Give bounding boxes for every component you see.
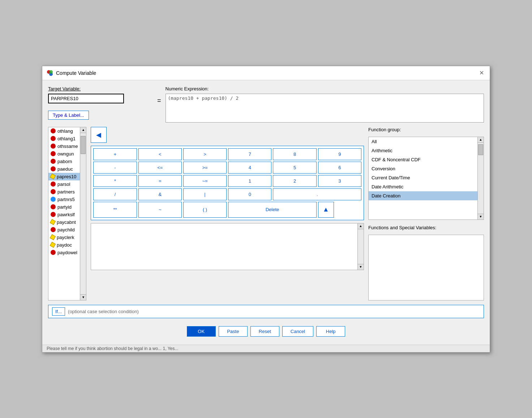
list-item[interactable]: partyid bbox=[48, 203, 80, 211]
variables-list[interactable]: othlangothlang1othssameowngunpabornpaedu… bbox=[48, 127, 80, 300]
calc-1[interactable]: 1 bbox=[228, 175, 271, 187]
calc-lte[interactable]: <= bbox=[138, 162, 182, 174]
cancel-button[interactable]: Cancel bbox=[282, 326, 313, 337]
up-arrow-button[interactable]: ▲ bbox=[318, 202, 334, 218]
function-group-list[interactable]: AllArithmeticCDF & Noncentral CDFConvers… bbox=[368, 137, 477, 220]
variable-name: paycabnt bbox=[57, 219, 76, 225]
calc-tilde[interactable]: ~ bbox=[138, 202, 182, 218]
arrow-row: ◀ bbox=[91, 127, 364, 143]
list-item[interactable]: papres10 bbox=[48, 173, 80, 180]
cond-scroll-down[interactable]: ▼ bbox=[358, 264, 364, 270]
variable-icon bbox=[51, 197, 56, 202]
variable-icon bbox=[51, 212, 56, 217]
if-condition-text: (optional case selection condition) bbox=[68, 309, 139, 314]
calc-gt[interactable]: > bbox=[183, 148, 227, 160]
list-item[interactable]: partnrs5 bbox=[48, 196, 80, 203]
calc-dot[interactable]: . bbox=[273, 188, 361, 200]
calc-minus[interactable]: - bbox=[93, 162, 137, 174]
button-row: OK Paste Reset Cancel Help bbox=[48, 323, 484, 339]
variables-panel: othlangothlang1othssameowngunpabornpaedu… bbox=[48, 127, 86, 300]
list-item[interactable]: payclerk bbox=[48, 234, 80, 241]
calc-power[interactable]: ** bbox=[93, 202, 137, 218]
function-group-item[interactable]: Conversion bbox=[369, 164, 477, 173]
function-group-item[interactable]: CDF & Noncentral CDF bbox=[369, 155, 477, 164]
dialog-title: Compute Variable bbox=[56, 70, 96, 76]
reset-button[interactable]: Reset bbox=[250, 326, 279, 337]
list-item[interactable]: paydoc bbox=[48, 241, 80, 249]
variable-name: othlang1 bbox=[57, 136, 76, 141]
calc-parens[interactable]: ( ) bbox=[183, 202, 227, 218]
calc-plus[interactable]: + bbox=[93, 148, 137, 160]
calc-multiply[interactable]: * bbox=[93, 175, 137, 187]
scroll-up-arrow[interactable]: ▲ bbox=[80, 127, 86, 133]
condition-textarea[interactable] bbox=[91, 223, 357, 270]
calc-delete[interactable]: Delete bbox=[228, 202, 317, 218]
function-group-item[interactable]: Date Creation bbox=[369, 191, 477, 200]
ok-button[interactable]: OK bbox=[187, 326, 216, 337]
variable-name: paydowel bbox=[57, 250, 77, 255]
calc-5[interactable]: 5 bbox=[273, 162, 316, 174]
target-variable-input[interactable] bbox=[48, 94, 124, 103]
calc-eq[interactable]: = bbox=[138, 175, 182, 187]
list-item[interactable]: partners bbox=[48, 188, 80, 196]
variable-name: partners bbox=[57, 189, 75, 195]
list-item[interactable]: paborn bbox=[48, 158, 80, 165]
condition-scrollbar[interactable]: ▲ ▼ bbox=[357, 223, 364, 270]
variable-icon bbox=[51, 182, 56, 187]
list-item[interactable]: owngun bbox=[48, 150, 80, 158]
function-group-item[interactable]: Date Arithmetic bbox=[369, 182, 477, 191]
paste-button[interactable]: Paste bbox=[219, 326, 248, 337]
type-label-button[interactable]: Type & Label... bbox=[48, 111, 89, 120]
calc-8[interactable]: 8 bbox=[273, 148, 316, 160]
list-item[interactable]: paychild bbox=[48, 226, 80, 234]
functions-special-label: Functions and Special Variables: bbox=[368, 225, 484, 230]
list-item[interactable]: othlang1 bbox=[48, 135, 80, 142]
list-item[interactable]: pawrkslf bbox=[48, 211, 80, 218]
list-item[interactable]: paeduc bbox=[48, 165, 80, 173]
fn-scroll-down[interactable]: ▼ bbox=[478, 214, 484, 219]
calculator: + < > 7 8 9 - <= >= 4 5 6 * = ~= bbox=[91, 146, 364, 220]
calc-lt[interactable]: < bbox=[138, 148, 182, 160]
condition-section: ▲ ▼ bbox=[91, 223, 364, 270]
transfer-arrow-button[interactable]: ◀ bbox=[91, 127, 107, 143]
numeric-expression-input[interactable] bbox=[166, 94, 484, 123]
variable-name: paydoc bbox=[57, 242, 72, 248]
list-item[interactable]: othlang bbox=[48, 127, 80, 135]
calc-4[interactable]: 4 bbox=[228, 162, 271, 174]
list-item[interactable]: paydowel bbox=[48, 249, 80, 256]
calc-2[interactable]: 2 bbox=[273, 175, 316, 187]
calc-neq[interactable]: ~= bbox=[183, 175, 227, 187]
cond-scroll-up[interactable]: ▲ bbox=[358, 223, 364, 229]
function-group-scrollbar[interactable]: ▲ ▼ bbox=[477, 137, 484, 220]
calc-6[interactable]: 6 bbox=[318, 162, 361, 174]
function-group-item[interactable]: All bbox=[369, 137, 477, 146]
function-group-item[interactable]: Arithmetic bbox=[369, 146, 477, 155]
fn-scroll-up[interactable]: ▲ bbox=[478, 137, 484, 143]
calc-or[interactable]: | bbox=[183, 188, 227, 200]
if-button[interactable]: If... bbox=[52, 307, 65, 316]
variable-name: paeduc bbox=[57, 166, 73, 172]
list-item[interactable]: paycabnt bbox=[48, 218, 80, 226]
calc-divide[interactable]: / bbox=[93, 188, 137, 200]
if-section: If... (optional case selection condition… bbox=[48, 305, 484, 318]
scroll-track bbox=[80, 133, 86, 294]
help-button[interactable]: Help bbox=[316, 326, 345, 337]
function-group-item[interactable]: Current Date/Time bbox=[369, 173, 477, 182]
variable-icon bbox=[51, 227, 56, 232]
list-item[interactable]: parsol bbox=[48, 180, 80, 188]
variable-icon bbox=[51, 136, 56, 141]
variable-icon bbox=[51, 159, 56, 164]
calc-0[interactable]: 0 bbox=[228, 188, 271, 200]
calc-and[interactable]: & bbox=[138, 188, 182, 200]
calc-3[interactable]: 3 bbox=[318, 175, 361, 187]
list-item[interactable]: othssame bbox=[48, 142, 80, 150]
scroll-down-arrow[interactable]: ▼ bbox=[80, 294, 86, 300]
calc-7[interactable]: 7 bbox=[228, 148, 271, 160]
calc-gte[interactable]: >= bbox=[183, 162, 227, 174]
title-bar-left: Compute Variable bbox=[47, 70, 96, 76]
variables-scrollbar[interactable]: ▲ ▼ bbox=[80, 127, 86, 300]
variable-name: parsol bbox=[57, 182, 70, 187]
target-variable-label: Target Variable: bbox=[48, 86, 153, 91]
close-button[interactable]: ✕ bbox=[477, 69, 485, 77]
calc-9[interactable]: 9 bbox=[318, 148, 361, 160]
